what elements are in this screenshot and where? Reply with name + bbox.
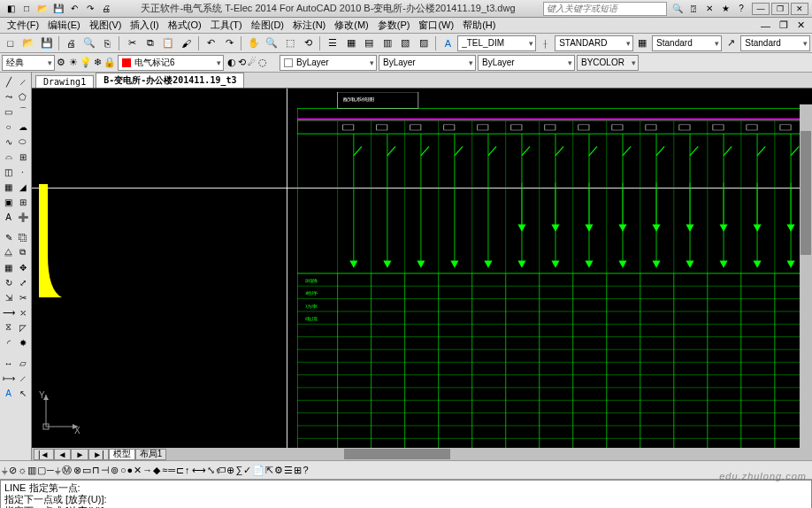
socket-tool[interactable]: ⏚ <box>2 465 8 475</box>
spline-tool[interactable]: ∿ <box>2 135 15 149</box>
mirror-tool[interactable]: ⧋ <box>2 245 15 259</box>
print-icon[interactable]: 🖨 <box>99 2 113 16</box>
layer-manage-tool[interactable]: ☰ <box>284 465 293 476</box>
menu-draw[interactable]: 绘图(D) <box>248 19 287 32</box>
move-tool[interactable]: ✥ <box>16 260 29 274</box>
open-button[interactable]: 📂 <box>20 35 38 51</box>
layer-prop-button[interactable]: ☀ <box>69 57 78 68</box>
help-icon[interactable]: ? <box>734 2 748 16</box>
erase-tool[interactable]: ✎ <box>2 230 15 244</box>
stretch-tool[interactable]: ⇲ <box>2 290 15 304</box>
tab-drawing1[interactable]: Drawing1 <box>35 75 94 88</box>
node-tool[interactable]: ◆ <box>153 465 160 476</box>
report-tool[interactable]: 📄 <box>252 465 264 476</box>
chamfer-tool[interactable]: ◸ <box>16 320 29 335</box>
plotstyle-combo[interactable]: BYCOLOR <box>577 55 639 71</box>
cross-tool[interactable]: ✕ <box>134 465 142 476</box>
xline-tool[interactable]: ⟋ <box>16 74 29 89</box>
markup-button[interactable]: ▧ <box>396 35 414 51</box>
help-tool[interactable]: ? <box>303 465 308 475</box>
gradient-tool[interactable]: ◢ <box>16 180 29 194</box>
preview-button[interactable]: 🔍 <box>80 35 98 51</box>
menu-view[interactable]: 视图(V) <box>86 19 126 32</box>
circle-sym-tool[interactable]: ○ <box>120 465 126 475</box>
layer-freeze-button[interactable]: ❄ <box>94 57 102 68</box>
motor-tool[interactable]: Ⓜ <box>62 464 72 477</box>
leader-tool[interactable]: ↖ <box>16 386 29 400</box>
riser-tool[interactable]: ↑ <box>185 465 190 475</box>
designcenter-button[interactable]: ▦ <box>342 35 360 51</box>
dot-sym-tool[interactable]: ● <box>127 465 134 475</box>
relay-tool[interactable]: ⊓ <box>92 465 100 476</box>
settings-tool[interactable]: ⚙ <box>274 465 283 476</box>
dim1-tool[interactable]: ⟷ <box>192 465 206 476</box>
match-button[interactable]: 🖌 <box>178 35 195 51</box>
menu-help[interactable]: 帮助(H) <box>459 19 499 32</box>
menu-param[interactable]: 参数(P) <box>374 19 414 32</box>
area-tool[interactable]: ▱ <box>16 356 29 370</box>
sheet-button[interactable]: ▥ <box>379 35 396 51</box>
open-icon[interactable]: 📂 <box>35 2 50 16</box>
circle-tool[interactable]: ○ <box>2 119 15 134</box>
save-icon[interactable]: 💾 <box>51 2 65 16</box>
properties-button[interactable]: ☰ <box>324 35 341 51</box>
contact-tool[interactable]: ⊣ <box>101 465 110 476</box>
tab-layout1[interactable]: 布局1 <box>135 449 167 460</box>
line-tool[interactable]: ╱ <box>2 74 15 89</box>
paste-button[interactable]: 📋 <box>160 35 178 51</box>
layer-match-button[interactable]: ☄ <box>248 57 257 68</box>
exchange-icon[interactable]: ✕ <box>702 2 716 16</box>
menu-file[interactable]: 文件(F) <box>4 19 42 32</box>
tab-nav-next[interactable]: ► <box>71 449 88 460</box>
block-lib-tool[interactable]: ⊞ <box>294 465 302 476</box>
print-button[interactable]: 🖨 <box>63 35 80 51</box>
arc-tool[interactable]: ⌒ <box>16 104 29 119</box>
arrow-tool[interactable]: → <box>142 465 152 475</box>
box-tool[interactable]: ▢ <box>37 465 46 476</box>
dim-aligned-tool[interactable]: ⟋ <box>17 371 29 385</box>
undo-icon[interactable]: ↶ <box>67 2 81 16</box>
switch-tool[interactable]: ⊘ <box>9 465 17 476</box>
favorite-icon[interactable]: ★ <box>718 2 732 16</box>
publish-button[interactable]: ⎘ <box>99 35 117 51</box>
wire-tool[interactable]: ─ <box>47 465 54 475</box>
point-tool[interactable]: · <box>16 165 29 179</box>
maximize-button[interactable]: ❐ <box>771 3 789 15</box>
fillet-tool[interactable]: ◜ <box>2 335 15 350</box>
linetype-combo[interactable]: ByLayer <box>379 55 476 71</box>
layer-off-button[interactable]: ◌ <box>258 57 267 68</box>
table-tool[interactable]: ⊞ <box>16 195 29 209</box>
zoom-window-button[interactable]: ⬚ <box>281 35 299 51</box>
explode-tool[interactable]: ✸ <box>16 335 29 350</box>
text-icon[interactable]: A <box>440 35 457 51</box>
copy-tool[interactable]: ⿻ <box>16 230 29 244</box>
rect-tool[interactable]: ▭ <box>2 104 15 119</box>
light-tool[interactable]: ☼ <box>18 465 27 475</box>
toolpal-button[interactable]: ▤ <box>360 35 378 51</box>
array-tool[interactable]: ▦ <box>2 260 15 274</box>
new-button[interactable]: □ <box>2 35 19 51</box>
layer-iso-button[interactable]: ◐ <box>227 57 236 68</box>
tray-tool[interactable]: ═ <box>168 465 175 475</box>
trans-tool[interactable]: ⊚ <box>111 465 119 476</box>
menu-dimension[interactable]: 标注(N) <box>289 19 329 32</box>
table-icon[interactable]: ▦ <box>634 35 652 51</box>
dimstyle-combo[interactable]: STANDARD <box>555 35 632 51</box>
insert-tool[interactable]: ⊞ <box>16 150 29 164</box>
breaker-tool[interactable]: ⊗ <box>73 465 81 476</box>
join-tool[interactable]: ⧖ <box>2 320 15 335</box>
revcloud-tool[interactable]: ☁ <box>16 119 29 134</box>
lineweight-combo[interactable]: ByLayer <box>478 55 575 71</box>
color-combo[interactable]: ByLayer <box>280 55 377 71</box>
doc-restore-button[interactable]: ❐ <box>776 19 792 31</box>
textstyle-combo[interactable]: _TEL_DIM <box>457 35 535 51</box>
menu-tools[interactable]: 工具(T) <box>207 19 246 32</box>
vertical-scrollbar[interactable] <box>800 104 812 448</box>
fuse-tool[interactable]: ▭ <box>82 465 91 476</box>
tab-nav-last[interactable]: ►| <box>88 449 109 460</box>
ellipsearc-tool[interactable]: ⌓ <box>2 150 15 164</box>
extend-tool[interactable]: ⟶ <box>2 305 16 319</box>
model-space-canvas[interactable]: 配电系统图 <box>32 89 812 460</box>
export-tool[interactable]: ⇱ <box>265 465 273 476</box>
close-button[interactable]: ✕ <box>791 3 808 15</box>
